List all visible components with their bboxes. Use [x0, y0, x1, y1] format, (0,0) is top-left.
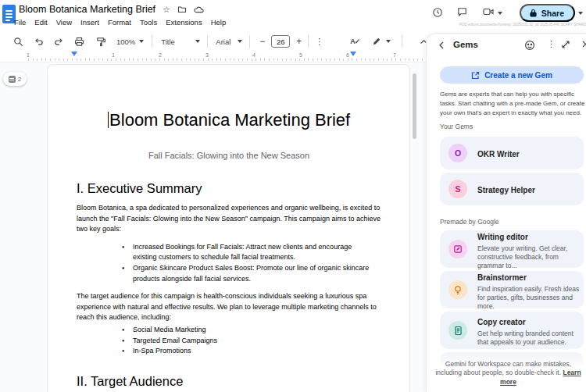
create-new-gem-button[interactable]: Create a new Gem: [440, 66, 584, 84]
share-button[interactable]: Share: [520, 4, 575, 22]
gem-row-strategy-helper[interactable]: S Strategy Helper: [440, 173, 584, 205]
menu-bar: File Edit View Insert Format Tools Exten…: [14, 18, 226, 27]
style-dropdown-icon[interactable]: [195, 40, 200, 43]
toolbar-overflow-icon[interactable]: ⋮: [315, 37, 323, 47]
close-icon[interactable]: [581, 40, 586, 48]
print-icon[interactable]: [69, 37, 90, 47]
left-indent-marker[interactable]: [71, 52, 77, 56]
panel-title: Gems: [453, 40, 478, 49]
gem-name: Copy creator: [477, 318, 526, 326]
right-indent-marker[interactable]: [350, 52, 356, 56]
ruler-number: 1: [112, 52, 115, 58]
outline-grid-icon: [9, 76, 16, 83]
google-docs-window: Bloom Botanica Marketing Brief ☆ File Ed…: [0, 0, 586, 392]
gem-description: Get help writing branded content that ap…: [477, 330, 584, 347]
menu-tools[interactable]: Tools: [140, 18, 157, 27]
text-cursor: [108, 112, 109, 128]
gem-avatar: S: [448, 180, 467, 198]
zoom-select[interactable]: 100%: [116, 37, 135, 46]
gem-name: Brainstormer: [477, 273, 527, 282]
zoom-dropdown-icon[interactable]: [139, 40, 144, 43]
doc-paragraph[interactable]: The target audience for this campaign is…: [77, 291, 381, 323]
paint-format-icon[interactable]: [90, 37, 112, 47]
disclaimer-text: Gemini for Workspace can make mistakes, …: [435, 360, 571, 377]
your-gems-label: Your Gems: [440, 123, 473, 130]
docs-header: Bloom Botanica Marketing Brief ☆ File Ed…: [0, 0, 438, 31]
menu-format[interactable]: Format: [108, 18, 131, 27]
ruler-number: 2: [159, 52, 162, 58]
back-icon[interactable]: [438, 41, 445, 50]
gem-row-copy-creator[interactable]: Copy creator Get help writing branded co…: [440, 312, 584, 349]
gem-row-brainstormer[interactable]: Brainstormer Find inspiration easily. Fr…: [440, 271, 584, 308]
comments-icon[interactable]: [457, 7, 467, 17]
gem-description: Find inspiration easily. Fresh ideas for…: [477, 285, 584, 311]
version-history-icon[interactable]: [432, 7, 443, 18]
ruler-number: 1: [27, 52, 30, 58]
document-page[interactable]: Bloom Botanica Marketing Brief Fall Faci…: [47, 64, 410, 392]
doc-heading-2[interactable]: II. Target Audience: [77, 374, 381, 389]
gem-name: Strategy Helper: [477, 186, 535, 194]
gem-row-writing-editor[interactable]: Writing editor Elevate your writing. Get…: [440, 230, 584, 268]
doc-bullet-item[interactable]: Increased Bookings for Fall Facials: Att…: [133, 242, 375, 263]
font-family-select[interactable]: Arial: [216, 37, 238, 46]
document-scrollbar[interactable]: [413, 73, 416, 139]
menu-insert[interactable]: Insert: [80, 18, 99, 27]
doc-bullet-item[interactable]: In-Spa Promotions: [133, 346, 375, 357]
gems-panel-header: Gems ⋮: [427, 34, 586, 60]
font-size-increase-button[interactable]: +: [296, 37, 302, 46]
menu-file[interactable]: File: [14, 18, 26, 27]
gems-side-panel: Gems ⋮ Create a new Gem Gems are experts…: [426, 33, 586, 392]
editing-mode-pen-icon[interactable]: [372, 37, 381, 46]
font-size-decrease-button[interactable]: −: [259, 37, 265, 46]
header-actions: Share POD editors.documents-frontend_202…: [418, 0, 586, 31]
paragraph-style-select[interactable]: Title: [161, 37, 195, 46]
doc-heading-1[interactable]: I. Executive Summary: [77, 181, 381, 196]
tab-count-badge: 2: [18, 76, 21, 83]
gem-name: OKR Writer: [477, 150, 520, 159]
font-size-input[interactable]: 26: [271, 35, 290, 48]
cloud-status-icon[interactable]: [194, 5, 204, 14]
font-dropdown-icon[interactable]: [238, 40, 242, 43]
tabs-outline-button[interactable]: 2: [3, 72, 27, 86]
ruler-ticks: [28, 59, 423, 61]
gem-row-okr-writer[interactable]: O OKR Writer: [440, 137, 584, 169]
toolbar: 100% Title Arial − 26 + ⋮ A✓: [0, 31, 438, 52]
ruler-number: 7: [393, 52, 396, 58]
gem-avatar: O: [448, 144, 467, 162]
search-icon[interactable]: [8, 37, 28, 47]
premade-by-google-label: Premade by Google: [440, 218, 499, 226]
menu-help[interactable]: Help: [211, 18, 227, 27]
menu-extensions[interactable]: Extensions: [166, 18, 202, 27]
ruler-number: 5: [299, 52, 302, 58]
share-dropdown-icon[interactable]: [578, 12, 583, 15]
doc-bullet-item[interactable]: Targeted Email Campaigns: [133, 336, 375, 347]
ruler-number: 4: [252, 52, 255, 58]
share-button-label: Share: [541, 9, 564, 18]
spellcheck-icon[interactable]: A✓: [350, 37, 359, 45]
meet-video-icon[interactable]: [483, 7, 495, 16]
editing-mode-dropdown-icon[interactable]: [386, 40, 391, 43]
doc-bullet-item[interactable]: Organic Skincare Product Sales Boost: Pr…: [133, 263, 375, 284]
doc-subtitle[interactable]: Fall Facials: Glowing into the New Seaso…: [77, 151, 381, 160]
gemini-disclaimer-footer: Gemini for Workspace can make mistakes, …: [427, 351, 586, 392]
move-folder-icon[interactable]: [177, 5, 187, 14]
expand-icon[interactable]: [561, 40, 570, 49]
star-icon[interactable]: ☆: [163, 5, 170, 14]
panel-more-icon[interactable]: ⋮: [547, 39, 556, 49]
menu-edit[interactable]: Edit: [34, 18, 47, 27]
avatar-icon[interactable]: [524, 40, 535, 51]
document-title[interactable]: Bloom Botanica Marketing Brief: [19, 4, 155, 15]
horizontal-ruler[interactable]: 1 1 2 3 4 5 6 7: [0, 52, 438, 62]
undo-icon[interactable]: [28, 37, 48, 46]
meet-dropdown-icon[interactable]: [498, 12, 502, 15]
lightbulb-icon: [448, 280, 467, 299]
ruler-number: 6: [346, 52, 349, 58]
doc-bullet-item[interactable]: Social Media Marketing: [133, 325, 375, 336]
open-in-new-icon: [471, 71, 480, 80]
doc-paragraph[interactable]: Bloom Botanica, a spa dedicated to perso…: [77, 203, 381, 235]
doc-title-line[interactable]: Bloom Botanica Marketing Brief: [77, 109, 381, 132]
redo-icon[interactable]: [48, 37, 69, 46]
doc-bullet-list: Social Media Marketing Targeted Email Ca…: [77, 325, 381, 357]
menu-view[interactable]: View: [56, 18, 72, 27]
gem-name: Writing editor: [477, 233, 528, 241]
